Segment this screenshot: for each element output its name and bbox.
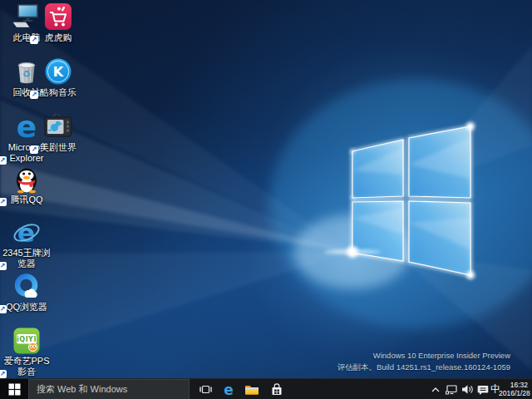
kugou-k-icon: K — [43, 57, 73, 86]
taskbar-search-box[interactable]: 搜索 Web 和 Windows — [28, 379, 190, 399]
desktop-icon-2345-browser[interactable]: e ↗ 2345王牌浏览器 — [0, 218, 53, 269]
desktop-icon-huhugou[interactable]: ↗ 虎虎购 — [32, 2, 85, 43]
svg-text:e: e — [17, 218, 35, 248]
shortcut-arrow-icon: ↗ — [0, 262, 7, 270]
insider-preview-watermark: Windows 10 Enterprise Insider Preview 评估… — [337, 350, 510, 373]
qq-browser-q-icon — [12, 272, 42, 300]
desktop-icon-kugou-music[interactable]: K ↗ 酷狗音乐 — [32, 57, 85, 98]
desktop-icon-tencent-qq[interactable]: ↗ 腾讯QQ — [0, 165, 53, 205]
shortcut-arrow-icon: ↗ — [0, 156, 7, 165]
desktop-icon-label: QQ浏览器 — [0, 302, 53, 313]
desktop-icon-label: 美剧世界 — [32, 142, 85, 153]
desktop-icon-qq-browser[interactable]: ↗ QQ浏览器 — [0, 272, 53, 313]
action-center-icon — [477, 384, 489, 396]
windows-desktop: 此电脑 ↗ 虎虎购 — [0, 0, 532, 399]
desktop-icon-label: 2345王牌浏览器 — [0, 248, 53, 269]
shortcut-arrow-icon: ↗ — [0, 305, 7, 313]
taskbar-clock[interactable]: 16:32 2016/1/28 — [499, 379, 530, 399]
network-tray-button[interactable] — [444, 379, 459, 399]
shortcut-arrow-icon: ↗ — [30, 36, 38, 44]
desktop-icon-meiju-shijie[interactable]: ↗ 美剧世界 — [32, 112, 85, 153]
2345-e-icon: e — [12, 218, 42, 246]
search-placeholder: 搜索 Web 和 Windows — [37, 383, 127, 396]
watermark-line1: Windows 10 Enterprise Insider Preview — [337, 350, 510, 362]
speaker-icon — [461, 384, 474, 395]
edge-button[interactable]: e — [218, 379, 239, 399]
store-bag-icon — [270, 383, 283, 397]
action-center-button[interactable] — [475, 379, 490, 399]
watermark-line2: 评估副本。Build 14251.rs1_release.160124-1059 — [337, 362, 510, 373]
tv-bird-icon — [43, 112, 73, 140]
desktop-icon-label: 虎虎购 — [32, 32, 85, 43]
chevron-up-icon — [431, 386, 441, 394]
edge-icon: e — [224, 382, 234, 398]
desktop-icon-label: 腾讯QQ — [0, 195, 53, 205]
task-view-icon — [199, 383, 213, 396]
desktop-icon-label: 酷狗音乐 — [32, 87, 85, 98]
task-view-button[interactable] — [195, 379, 216, 399]
windows-logo-icon — [8, 383, 21, 396]
taskbar: 搜索 Web 和 Windows e — [0, 378, 532, 399]
desktop-icon-iqiyi-pps[interactable]: iQIYI ↗ 爱奇艺PPS 影音 — [0, 326, 53, 377]
start-button[interactable] — [0, 379, 28, 399]
shortcut-arrow-icon: ↗ — [30, 91, 38, 99]
clock-date: 2016/1/28 — [499, 389, 528, 397]
shortcut-arrow-icon: ↗ — [0, 370, 7, 378]
file-explorer-button[interactable] — [241, 379, 263, 399]
network-icon — [445, 384, 458, 396]
folder-icon — [244, 383, 259, 396]
volume-tray-button[interactable] — [460, 379, 475, 399]
shopping-cart-icon — [43, 2, 73, 31]
shortcut-arrow-icon: ↗ — [0, 198, 7, 206]
hidden-icons-chevron[interactable] — [429, 379, 442, 399]
clock-time: 16:32 — [499, 381, 528, 389]
shortcut-arrow-icon: ↗ — [30, 145, 38, 154]
iqiyi-icon: iQIYI — [12, 326, 42, 354]
svg-text:K: K — [53, 64, 64, 80]
store-button[interactable] — [266, 379, 288, 399]
qq-penguin-icon — [12, 165, 42, 193]
svg-text:♻: ♻ — [22, 69, 31, 80]
svg-text:iQIYI: iQIYI — [17, 336, 37, 343]
desktop-icon-label: 爱奇艺PPS 影音 — [0, 356, 53, 377]
